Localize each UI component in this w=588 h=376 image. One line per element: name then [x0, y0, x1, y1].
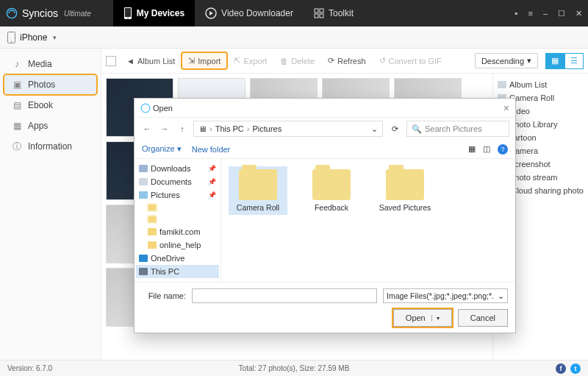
sidebar-item-media[interactable]: ♪ Media	[4, 54, 96, 74]
sidebar-item-photos[interactable]: ▣ Photos	[4, 75, 96, 94]
ebook-icon: ▤	[12, 100, 22, 110]
nav-video-downloader[interactable]: Video Downloader	[195, 0, 304, 26]
tree-item-documents[interactable]: Documents📌	[136, 175, 219, 188]
dialog-file-list[interactable]: Camera Roll Feedback Saved Pictures	[221, 159, 515, 282]
preview-pane-button[interactable]: ◫	[483, 144, 490, 154]
menu-icon[interactable]: ≡	[528, 9, 532, 18]
pin-icon: 📌	[208, 165, 216, 172]
open-file-dialog: Open × ← → ↑ 🖥 › This PC › Pictures ⌄ ⟳ …	[134, 98, 516, 333]
breadcrumb[interactable]: 🖥 › This PC › Pictures ⌄	[193, 121, 383, 137]
sort-select[interactable]: Descending ▾	[475, 53, 538, 68]
new-folder-button[interactable]: New folder	[192, 145, 231, 154]
convert-gif-button[interactable]: ↺ Convert to GIF	[373, 53, 448, 68]
tree-item[interactable]	[136, 202, 219, 213]
app-edition: Ultimate	[64, 10, 91, 18]
help-icon[interactable]: ?	[498, 144, 508, 155]
sidebar: ♪ Media ▣ Photos ▤ Ebook ▦ Apps ⓘ Inform…	[0, 49, 101, 360]
cancel-button[interactable]: Cancel	[458, 309, 508, 327]
svg-point-10	[11, 40, 12, 42]
pictures-icon	[139, 191, 148, 199]
sidebar-item-ebook[interactable]: ▤ Ebook	[4, 96, 96, 115]
toolbar-right: Descending ▾ ▦ ☰	[475, 53, 584, 69]
svg-rect-2	[125, 8, 131, 17]
dialog-toolbar: Organize ▾ New folder ▦ ◫ ?	[135, 140, 515, 159]
window-controls: ▪ ≡ – ☐ ✕	[515, 9, 582, 18]
file-type-select[interactable]: Image Files(*.jpg;*.jpeg;*.png;*. ⌄	[383, 288, 508, 303]
search-placeholder: Search Pictures	[425, 124, 482, 133]
import-icon: ⇲	[188, 56, 195, 65]
breadcrumb-leaf[interactable]: Pictures	[252, 124, 282, 133]
tree-item-pictures[interactable]: Pictures📌	[136, 188, 219, 202]
phone-small-icon	[7, 32, 15, 43]
sidebar-item-information[interactable]: ⓘ Information	[4, 137, 96, 156]
photos-icon: ▣	[12, 79, 22, 90]
maximize-button[interactable]: ☐	[558, 9, 565, 18]
open-dropdown-icon[interactable]: ▾	[431, 315, 440, 322]
nav-forward-button[interactable]: →	[158, 124, 171, 133]
nav-up-button[interactable]: ↑	[176, 124, 189, 133]
file-name-input[interactable]	[192, 288, 377, 303]
delete-button[interactable]: 🗑 Delete	[274, 54, 320, 68]
view-mode-button[interactable]: ▦	[468, 144, 476, 154]
tree-item-famikit[interactable]: famikit.com	[136, 225, 219, 238]
nav-refresh-button[interactable]: ⟳	[387, 124, 402, 134]
tree-item-downloads[interactable]: Downloads📌	[136, 162, 219, 175]
breadcrumb-dropdown-icon[interactable]: ⌄	[371, 124, 378, 134]
dialog-titlebar: Open ×	[135, 99, 515, 118]
view-switch: ▦ ☰	[545, 53, 584, 69]
breadcrumb-root[interactable]: This PC	[215, 124, 244, 133]
dialog-close-button[interactable]: ×	[503, 102, 509, 114]
top-nav: My Devices Video Downloader Toolkit	[113, 0, 364, 26]
tree-item-thispc[interactable]: This PC	[136, 265, 219, 278]
tree-item[interactable]	[136, 213, 219, 225]
refresh-button[interactable]: ⟳ Refresh	[322, 53, 372, 68]
sidebar-item-apps[interactable]: ▦ Apps	[4, 116, 96, 135]
tree-item-onlinehelp[interactable]: online_help	[136, 238, 219, 252]
back-arrow-icon: ◄	[126, 57, 135, 65]
play-icon	[205, 7, 217, 19]
dialog-tree[interactable]: Downloads📌 Documents📌 Pictures📌 famikit.…	[135, 159, 221, 282]
dialog-nav: ← → ↑ 🖥 › This PC › Pictures ⌄ ⟳ 🔍 Searc…	[135, 118, 515, 140]
select-all-checkbox[interactable]	[106, 56, 116, 66]
toolbar: ◄ Album List ⇲ Import ⇱ Export 🗑 Delete …	[101, 49, 588, 74]
folder-saved-pictures[interactable]: Saved Pictures	[376, 166, 434, 215]
feedback-icon[interactable]: ▪	[515, 9, 518, 18]
export-icon: ⇱	[234, 56, 240, 65]
pc-icon: 🖥	[198, 124, 207, 133]
folder-icon	[148, 204, 157, 211]
export-button[interactable]: ⇱ Export	[228, 53, 273, 68]
chevron-down-icon: ▾	[527, 56, 531, 65]
import-button[interactable]: ⇲ Import	[182, 53, 226, 68]
close-button[interactable]: ✕	[576, 9, 582, 18]
phone-icon	[123, 7, 132, 20]
social-links: f t	[556, 363, 581, 374]
search-input[interactable]: 🔍 Search Pictures	[406, 121, 509, 137]
downloads-icon	[139, 165, 148, 172]
dialog-app-icon	[140, 103, 151, 113]
album-list-button[interactable]: ◄ Album List	[121, 54, 181, 68]
folder-feedback[interactable]: Feedback	[302, 166, 361, 215]
titlebar: Syncios Ultimate My Devices Video Downlo…	[0, 0, 588, 26]
svg-point-0	[7, 8, 16, 18]
view-list-button[interactable]: ☰	[564, 53, 584, 69]
nav-back-button[interactable]: ←	[140, 124, 154, 133]
view-grid-button[interactable]: ▦	[545, 53, 564, 69]
pin-icon: 📌	[208, 178, 216, 185]
organize-button[interactable]: Organize ▾	[142, 144, 182, 154]
facebook-icon[interactable]: f	[556, 363, 566, 374]
version-value: 6.7.0	[36, 364, 52, 372]
folder-camera-roll[interactable]: Camera Roll	[229, 166, 287, 215]
trash-icon: 🗑	[280, 57, 288, 65]
minimize-button[interactable]: –	[543, 9, 548, 18]
file-name-label: File name:	[142, 291, 186, 300]
device-bar[interactable]: iPhone ▾	[0, 26, 588, 49]
nav-toolkit[interactable]: Toolkit	[304, 0, 364, 26]
album-item[interactable]: Album List	[496, 78, 585, 91]
device-dropdown-icon[interactable]: ▾	[53, 34, 57, 41]
album-icon	[498, 81, 506, 88]
open-button[interactable]: Open ▾	[393, 309, 452, 327]
tree-item-onedrive[interactable]: OneDrive	[136, 252, 219, 265]
folder-icon	[386, 169, 424, 200]
twitter-icon[interactable]: t	[570, 363, 581, 374]
nav-my-devices[interactable]: My Devices	[113, 0, 195, 26]
